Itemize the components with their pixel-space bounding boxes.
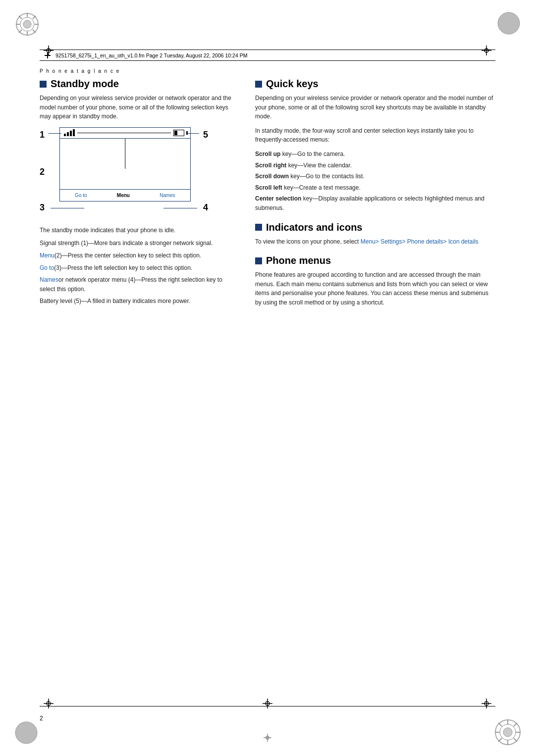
- phone-screen-box: Go to Menu Names: [59, 127, 191, 202]
- svg-point-17: [498, 12, 520, 34]
- right-column: Quick keys Depending on your wireless se…: [255, 78, 495, 309]
- quickkeys-heading: Quick keys: [266, 78, 319, 90]
- rosette-br: [493, 717, 523, 747]
- standby-heading-square: [40, 81, 47, 88]
- indicators-link[interactable]: Menu> Settings> Phone details> Icon deta…: [361, 238, 479, 245]
- file-info-text: 9251758_6275i_1_en_au_oth_v1.0.fm Page 2…: [55, 52, 247, 58]
- crosshair-bl: [44, 699, 54, 710]
- standby-heading: Standby mode: [51, 78, 119, 90]
- names-link: Names: [40, 276, 58, 283]
- svg-line-39: [514, 738, 517, 742]
- crosshair-br: [482, 699, 491, 710]
- svg-point-33: [503, 728, 512, 737]
- battery-fill: [174, 131, 177, 135]
- phone-status-bar: [60, 128, 190, 139]
- crosshair-bc: [263, 699, 272, 710]
- diag-num-3: 3: [40, 202, 45, 213]
- key-scroll-down: Scroll down key—Go to the contacts list.: [255, 172, 495, 181]
- battery-container: [173, 130, 186, 136]
- goto-key: Go to: [75, 193, 87, 198]
- crosshair-file: [45, 52, 51, 58]
- left-column: Standby mode Depending on your wireless …: [40, 78, 233, 309]
- scroll-info: In standby mode, the four-way scroll and…: [255, 126, 495, 145]
- circle-bl: [14, 720, 39, 745]
- annot-battery: Battery level (5)—A filled in battery in…: [40, 297, 233, 306]
- bar4: [73, 129, 75, 136]
- diag-horiz-line: [77, 133, 171, 133]
- svg-line-38: [498, 723, 502, 726]
- indicators-heading-row: Indicators and icons: [255, 222, 495, 233]
- diag-num-4: 4: [203, 202, 208, 213]
- page-number: 2: [40, 713, 43, 722]
- battery-body: [173, 130, 184, 136]
- key-scroll-right: Scroll right key—View the calendar.: [255, 161, 495, 170]
- menu-key: Menu: [117, 193, 130, 198]
- section-header: P h o n e a t a g l a n c e: [40, 66, 120, 75]
- key-scroll-up: Scroll up key—Go to the camera.: [255, 150, 495, 159]
- indicators-heading: Indicators and icons: [266, 222, 362, 233]
- diag-num-1: 1: [40, 130, 45, 140]
- standby-heading-row: Standby mode: [40, 78, 233, 90]
- bar1: [64, 134, 66, 136]
- h-rule-bottom: [40, 60, 495, 61]
- quickkeys-heading-row: Quick keys: [255, 78, 495, 90]
- main-content: Standby mode Depending on your wireless …: [40, 78, 495, 309]
- line-1-signal: [49, 133, 61, 134]
- diag-num-2: 2: [40, 167, 45, 177]
- line-5-battery: [186, 133, 199, 134]
- menu-link: Menu: [40, 252, 54, 259]
- svg-point-27: [15, 722, 37, 744]
- circle-tr: [496, 11, 521, 36]
- bar3: [70, 131, 72, 136]
- page: 9251758_6275i_1_en_au_oth_v1.0.fm Page 2…: [0, 0, 535, 756]
- bar2: [67, 132, 69, 136]
- two-columns: Standby mode Depending on your wireless …: [40, 78, 495, 309]
- phonemenus-heading-row: Phone menus: [255, 255, 495, 266]
- phone-idle-text: The standby mode indicates that your pho…: [40, 226, 233, 235]
- key-scroll-left: Scroll left key—Create a text message.: [255, 183, 495, 193]
- svg-line-41: [498, 738, 502, 742]
- phone-keys-row: Go to Menu Names: [60, 189, 190, 201]
- crosshair-bottom-center: [264, 734, 271, 744]
- diag-vert-line: [125, 139, 126, 169]
- rosette-tl: [14, 11, 41, 38]
- quickkeys-intro: Depending on your wireless service provi…: [255, 94, 495, 121]
- quickkeys-heading-square: [255, 81, 262, 88]
- goto-link: Go to: [40, 264, 54, 271]
- indicators-text: To view the icons on your phone, select …: [255, 237, 495, 247]
- annot-goto: Go to(3)—Press the left selection key to…: [40, 263, 233, 273]
- standby-diagram: 1 5: [40, 127, 208, 219]
- file-info-bar: 9251758_6275i_1_en_au_oth_v1.0.fm Page 2…: [40, 50, 495, 60]
- line-4-names: [163, 208, 197, 208]
- phonemenus-heading-square: [255, 257, 262, 264]
- annot-signal: Signal strength (1)—More bars indicate a…: [40, 239, 233, 248]
- phonemenus-text: Phone features are grouped according to …: [255, 270, 495, 307]
- svg-line-40: [514, 723, 517, 726]
- annot-names: Namesor network operator menu (4)—Press …: [40, 275, 233, 294]
- standby-intro: Depending on your wireless service provi…: [40, 94, 233, 121]
- indicators-heading-square: [255, 224, 262, 231]
- diag-num-5: 5: [203, 130, 208, 140]
- phone-idle-area: [60, 139, 190, 189]
- svg-point-2: [23, 20, 31, 28]
- line-3-goto: [51, 208, 84, 208]
- annot-menu: Menu(2)—Press the center selection key t…: [40, 251, 233, 260]
- key-center: Center selection key—Display available a…: [255, 194, 495, 212]
- names-key: Names: [160, 193, 175, 198]
- phonemenus-heading: Phone menus: [266, 255, 331, 266]
- signal-bars: [64, 129, 75, 136]
